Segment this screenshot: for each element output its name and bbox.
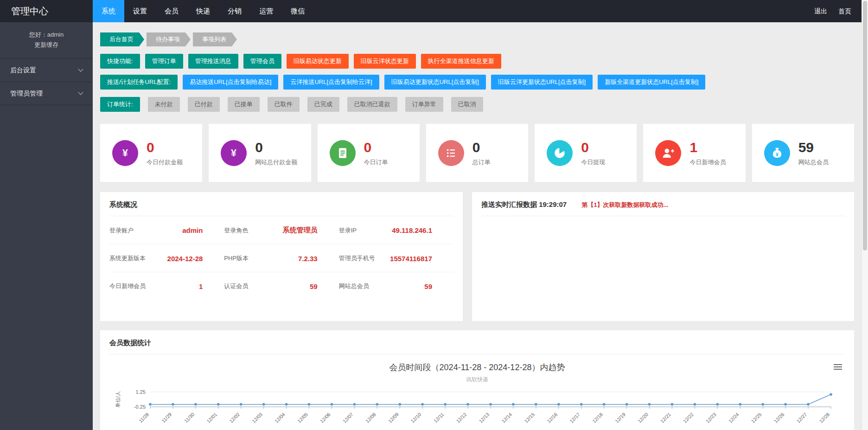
- top-nav-item-4[interactable]: 分销: [219, 0, 250, 22]
- svg-text:11/29: 11/29: [160, 411, 173, 424]
- push-url-button-2[interactable]: 云洋推送URL[点击复制给云洋]: [283, 75, 379, 90]
- svg-text:12/21: 12/21: [659, 411, 672, 424]
- top-nav-item-2[interactable]: 会员: [156, 0, 187, 22]
- user-add-icon: [655, 140, 681, 166]
- home-link[interactable]: 首页: [833, 0, 857, 22]
- system-info-cell: 管理员手机号15574116817: [339, 254, 453, 263]
- top-nav-item-5[interactable]: 运营: [250, 0, 282, 22]
- order-stat-button-8[interactable]: 已取消: [451, 97, 483, 112]
- sidebar-item-backend-settings[interactable]: 后台设置: [0, 59, 93, 82]
- push-url-button-4[interactable]: 旧版云洋更新状态URL[点击复制]: [491, 75, 593, 90]
- order-stat-button-7[interactable]: 订单异常: [405, 97, 443, 112]
- order-stat-button-2[interactable]: 已付款: [188, 97, 220, 112]
- breadcrumb-item-2[interactable]: 事项列表: [193, 32, 232, 46]
- breadcrumb-item-1[interactable]: 待办事项: [147, 32, 185, 46]
- push-panel-time: 19:29:07: [539, 200, 567, 208]
- svg-text:12/20: 12/20: [637, 411, 649, 424]
- quick-function-button-0[interactable]: 快捷功能:: [100, 54, 140, 69]
- system-info-row-1: 系统更新版本2024-12-28PHP版本7.2.33管理员手机号1557411…: [109, 244, 453, 272]
- system-info-label: 管理员手机号: [339, 254, 375, 263]
- order-stat-button-5[interactable]: 已完成: [307, 97, 339, 112]
- order-stat-button-3[interactable]: 已接单: [228, 97, 260, 112]
- sidebar-item-label: 管理员管理: [10, 90, 43, 98]
- svg-text:12/16: 12/16: [546, 411, 558, 424]
- order-stat-row: 订单统计:未付款已付款已接单已取件已完成已取消已退款订单异常已取消: [100, 97, 854, 112]
- quick-function-button-4[interactable]: 旧版易达状态更新: [287, 54, 349, 69]
- stat-card-label: 今日提现: [581, 158, 605, 167]
- yen-icon: ¥: [112, 140, 138, 166]
- svg-text:12/23: 12/23: [705, 411, 717, 424]
- svg-text:12/07: 12/07: [342, 411, 354, 424]
- system-info-value: 1: [199, 282, 203, 290]
- system-info-label: 登录账户: [109, 226, 134, 235]
- chevron-down-icon: [78, 90, 83, 95]
- system-info-cell: 网站总会员59: [339, 282, 453, 290]
- push-url-button-3[interactable]: 旧版易达更新状态URL[点击复制]: [384, 75, 486, 90]
- logout-link[interactable]: 退出: [809, 0, 833, 22]
- stat-card-value: 0: [255, 140, 297, 155]
- svg-text:12/24: 12/24: [728, 411, 740, 424]
- push-status-message: 第【1】次获取新数据获取成功...: [581, 201, 668, 208]
- top-nav-right: 退出首页: [809, 0, 868, 22]
- svg-text:12/08: 12/08: [364, 411, 377, 424]
- top-nav-item-3[interactable]: 快递: [187, 0, 219, 22]
- scrollbar-thumb[interactable]: [863, 1, 867, 250]
- system-info-row-2: 今日新增会员1认证会员59网站总会员59: [109, 272, 453, 300]
- push-url-button-5[interactable]: 新版全渠道更新状态URL[点击复制]: [598, 75, 705, 90]
- update-cache-link[interactable]: 更新缓存: [0, 40, 93, 50]
- push-url-button-1[interactable]: 易达推送URL[点击复制给易达]: [183, 75, 278, 90]
- scrollbar[interactable]: [862, 0, 868, 430]
- order-stat-button-1[interactable]: 未付款: [148, 97, 180, 112]
- svg-text:12/25: 12/25: [750, 411, 763, 424]
- svg-text:12/03: 12/03: [251, 411, 263, 424]
- quick-function-button-5[interactable]: 旧版云洋状态更新: [354, 54, 416, 69]
- svg-text:12/04: 12/04: [274, 411, 286, 424]
- sidebar-menu: 后台设置管理员管理: [0, 58, 93, 105]
- push-panel-title-text: 推送实时汇报数据: [481, 200, 537, 208]
- quick-function-button-2[interactable]: 管理推送消息: [188, 54, 238, 69]
- system-info-value: 59: [310, 282, 318, 290]
- topbar: 管理中心 系统设置会员快递分销运营微信 退出首页: [0, 0, 868, 22]
- chart-menu-icon[interactable]: [834, 363, 842, 371]
- order-stat-button-6[interactable]: 已取消已退款: [347, 97, 397, 112]
- svg-text:12/13: 12/13: [478, 411, 490, 424]
- yen-icon: ¥: [221, 140, 247, 166]
- system-info-value: 15574116817: [390, 255, 432, 263]
- svg-text:12/19: 12/19: [614, 411, 626, 424]
- order-stat-button-0[interactable]: 订单统计:: [100, 97, 140, 112]
- stat-card-value: 0: [147, 140, 183, 155]
- system-info-label: 网站总会员: [339, 282, 369, 290]
- quick-function-button-3[interactable]: 管理会员: [243, 54, 281, 69]
- svg-text:11/30: 11/30: [183, 411, 196, 424]
- system-info-cell: 登录角色系统管理员: [224, 226, 338, 235]
- stat-card-label: 网站总会员: [798, 158, 829, 167]
- svg-text:12/15: 12/15: [523, 411, 536, 424]
- svg-text:12/01: 12/01: [205, 411, 218, 424]
- breadcrumb: 后台首页待办事项事项列表: [100, 32, 854, 46]
- line-chart: 1.25-0.25单位/人11/2811/2911/3012/0112/0212…: [109, 386, 845, 430]
- svg-text:单位/人: 单位/人: [115, 391, 121, 408]
- push-url-button-0[interactable]: 推送/计划任务URL配置:: [100, 75, 178, 90]
- quick-function-button-1[interactable]: 管理订单: [145, 54, 183, 69]
- stat-card-label: 网站总付款金额: [255, 158, 297, 167]
- sidebar-item-admin-management[interactable]: 管理员管理: [0, 82, 93, 105]
- stat-card-6: ¥59网站总会员: [752, 124, 854, 182]
- top-nav-item-1[interactable]: 设置: [124, 0, 156, 22]
- order-stat-button-4[interactable]: 已取件: [268, 97, 300, 112]
- system-info-label: 系统更新版本: [109, 254, 146, 263]
- top-nav-item-6[interactable]: 微信: [282, 0, 313, 22]
- svg-text:12/02: 12/02: [228, 411, 241, 424]
- stat-card-4: 0今日提现: [535, 124, 637, 182]
- svg-text:1.25: 1.25: [136, 389, 146, 395]
- system-info-label: 认证会员: [224, 282, 248, 290]
- member-stats-panel: 会员数据统计 会员时间段（2024-11-28 - 2024-12-28）内趋势…: [100, 330, 854, 430]
- top-nav-item-0[interactable]: 系统: [93, 0, 124, 22]
- svg-text:11/28: 11/28: [138, 411, 150, 424]
- system-info-label: 登录IP: [339, 226, 357, 235]
- stat-card-label: 今日付款金额: [147, 158, 183, 167]
- svg-text:12/06: 12/06: [319, 411, 332, 424]
- quick-function-button-6[interactable]: 执行全渠道推送信息更新: [421, 54, 501, 69]
- breadcrumb-item-0[interactable]: 后台首页: [100, 32, 139, 46]
- user-greeting: 您好：admin 更新缓存: [0, 22, 93, 58]
- toolbar-area: 快捷功能:管理订单管理推送消息管理会员旧版易达状态更新旧版云洋状态更新执行全渠道…: [100, 54, 854, 112]
